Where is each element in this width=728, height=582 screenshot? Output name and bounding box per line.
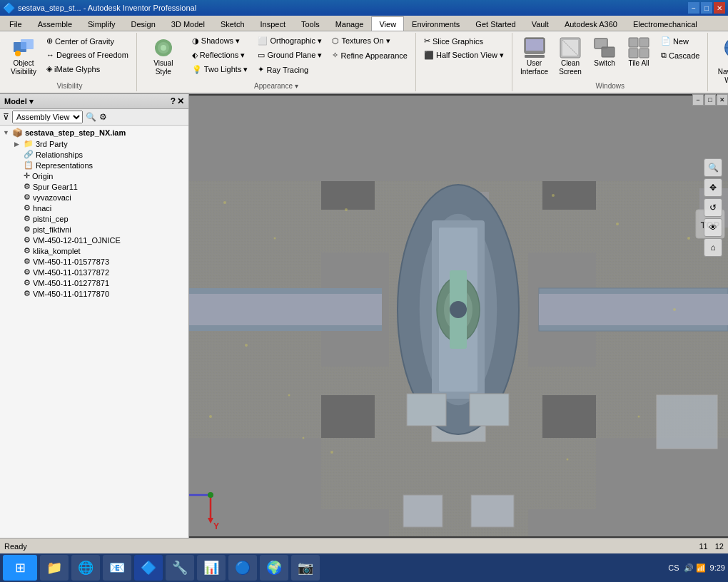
pist-icon: ⚙ [24,225,31,234]
orthographic-button[interactable]: ⬜ Orthographic ▾ [254,34,325,48]
nav-look-btn[interactable]: 👁 [704,218,722,237]
origin-label: Origin [32,172,53,180]
svg-text:Y: Y [213,521,219,531]
taskbar-btn-1[interactable]: 📁 [40,555,69,581]
svg-rect-37 [542,181,596,210]
tab-vault[interactable]: Vault [524,16,557,31]
ground-plane-button[interactable]: ▭ Ground Plane ▾ [254,48,325,62]
slice-graphics-button[interactable]: ✂ Slice Graphics [420,34,507,48]
viewport[interactable]: − □ ✕ [189,94,728,538]
panel-close-icon[interactable]: ✕ [177,96,184,106]
svg-rect-36 [321,181,375,210]
tree-item-vyvazovaci[interactable]: ⚙ vyvazovaci [0,192,188,203]
tab-inspect[interactable]: Inspect [253,16,293,31]
clean-screen-button[interactable]: CleanScreen [555,34,586,78]
hnaci-icon: ⚙ [24,203,31,213]
cascade-button[interactable]: ⧉ Cascade [657,48,703,62]
tree-item-vm01577873[interactable]: ⚙ VM-450-11-01577873 [0,256,188,267]
svg-rect-39 [542,395,596,438]
taskbar-btn-6[interactable]: 🔵 [228,555,257,581]
dof-label: Degrees of Freedom [56,51,128,59]
nav-zoom-btn[interactable]: 🔍 [704,158,722,177]
panel-help-icon[interactable]: ? [171,96,176,106]
tree-item-vm01177870[interactable]: ⚙ VM-450-11-01177870 [0,288,188,299]
taskbar: ⊞ 📁 🌐 📧 🔷 🔧 📊 🔵 🌍 📷 CS 🔊 📶 9:29 [0,553,728,582]
taskbar-btn-8[interactable]: 📷 [291,555,320,581]
tab-tools[interactable]: Tools [293,16,328,31]
full-nav-wheel-button[interactable]: Full NavigationWheel [712,34,728,87]
imate-glyphs-button[interactable]: ◈ iMate Glyphs [43,62,132,76]
tree-item-representations[interactable]: 📋 Representations [0,160,188,170]
minimize-button[interactable]: − [688,2,699,14]
tab-view[interactable]: View [371,16,404,31]
tab-3dmodel[interactable]: 3D Model [163,16,213,31]
tree-item-pist-fiktivni[interactable]: ⚙ pist_fiktivni [0,224,188,235]
navigate-group-content: Full NavigationWheel 🔍+ 🔍− [712,34,728,87]
center-of-gravity-button[interactable]: ⊕ Center of Gravity [43,34,132,48]
nav-home-btn[interactable]: ⌂ [704,238,722,257]
taskbar-btn-5[interactable]: 📊 [197,555,226,581]
shadows-button[interactable]: ◑ Shadows ▾ [188,34,252,48]
tab-environments[interactable]: Environments [404,16,467,31]
half-section-button[interactable]: ⬛ Half Section View ▾ [420,48,507,62]
taskbar-btn-3[interactable]: 📧 [103,555,131,581]
start-button[interactable]: ⊞ [3,555,37,581]
tab-sketch[interactable]: Sketch [213,16,253,31]
vyv-icon: ⚙ [24,193,31,202]
svg-point-66 [245,344,248,347]
tree-item-hnaci[interactable]: ⚙ hnaci [0,203,188,213]
tree-item-origin[interactable]: ✛ Origin [0,170,188,181]
reflections-button[interactable]: ⬖ Reflections ▾ [188,48,252,62]
user-interface-button[interactable]: UserInterface [517,34,552,78]
tree-item-vm-ojnice[interactable]: ⚙ VM-450-12-011_OJNICE [0,235,188,245]
nav-orbit-btn[interactable]: ↺ [704,198,722,217]
tab-assemble[interactable]: Assemble [30,16,80,31]
tab-electromechanical[interactable]: Electromechanical [625,16,705,31]
maximize-button[interactable]: □ [701,2,712,14]
svg-point-5 [161,45,166,51]
windows-group-content: UserInterface CleanScreen [517,34,703,81]
vp-maximize[interactable]: □ [704,94,716,106]
tab-autodesk-a360[interactable]: Autodesk A360 [557,16,625,31]
tree-item-vm01377872[interactable]: ⚙ VM-450-11-01377872 [0,267,188,277]
tab-get-started[interactable]: Get Started [467,16,523,31]
degrees-of-freedom-button[interactable]: ↔ Degrees of Freedom [43,48,132,61]
tree-item-pistni-cep[interactable]: ⚙ pistni_cep [0,213,188,224]
new-window-icon: 📄 [661,36,671,46]
textures-on-button[interactable]: ⬡ Textures On ▾ [328,34,411,48]
tree-root-item[interactable]: ▼ 📦 sestava_step_step_NX.iam [0,127,188,138]
tab-manage[interactable]: Manage [328,16,372,31]
ojnice-icon: ⚙ [24,235,31,245]
tab-file[interactable]: File [1,16,30,31]
tile-all-button[interactable]: Tile All [623,34,654,70]
nav-pan-btn[interactable]: ✥ [704,178,722,197]
refine-appearance-button[interactable]: ✧ Refine Appearance [328,48,411,62]
tree-item-relationships[interactable]: 🔗 Relationships [0,149,188,160]
visual-style-button[interactable]: Visual Style [141,34,186,78]
settings-icon[interactable]: ⚙ [99,112,107,122]
tab-simplify[interactable]: Simplify [80,16,123,31]
tree-item-vm01277871[interactable]: ⚙ VM-450-11-01277871 [0,277,188,288]
tree-item-spurgear[interactable]: ⚙ Spur Gear11 [0,181,188,192]
taskbar-btn-4[interactable]: 🔧 [166,555,194,581]
taskbar-btn-inventor[interactable]: 🔷 [134,555,163,581]
two-lights-button[interactable]: 💡 Two Lights ▾ [188,63,252,76]
tree-item-3rdparty[interactable]: ▶ 📁 3rd Party [0,138,188,149]
svg-point-69 [673,308,676,311]
ray-tracing-button[interactable]: ✦ Ray Tracing [254,63,325,76]
viewport-controls: − □ ✕ [692,94,728,106]
ribbon-tabs: File Assemble Simplify Design 3D Model S… [0,16,728,31]
switch-button[interactable]: Switch [589,34,620,70]
vp-close[interactable]: ✕ [717,94,728,106]
taskbar-btn-7[interactable]: 🌍 [260,555,288,581]
close-button[interactable]: ✕ [714,2,725,14]
tree-item-klika[interactable]: ⚙ klika_komplet [0,245,188,256]
view-type-selector[interactable]: Assembly View Parts Only [12,111,83,123]
search-tree-icon[interactable]: 🔍 [86,112,96,122]
vp-minimize[interactable]: − [692,94,704,106]
taskbar-btn-2[interactable]: 🌐 [71,555,100,581]
tab-design[interactable]: Design [123,16,163,31]
model-panel-toolbar: ⊽ Assembly View Parts Only 🔍 ⚙ [0,109,188,126]
object-visibility-button[interactable]: ObjectVisibility [7,34,40,78]
new-window-button[interactable]: 📄 New [657,34,703,48]
